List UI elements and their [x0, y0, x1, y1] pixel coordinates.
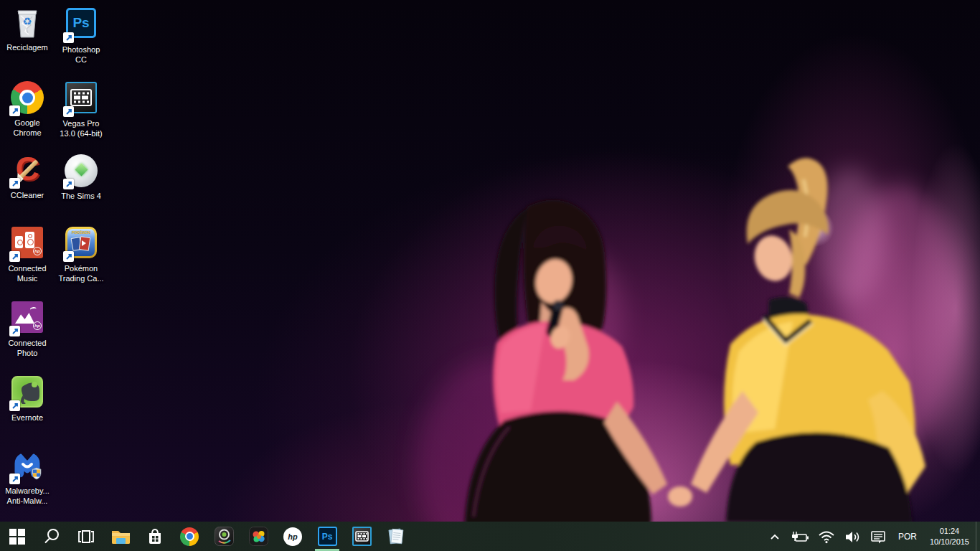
- taskbar: hp Ps: [0, 522, 980, 551]
- search-button[interactable]: [34, 522, 69, 551]
- desktop-icon-vegas-pro[interactable]: Vegas Pro 13.0 (64-bit): [54, 80, 108, 138]
- photoshop-taskbar-button[interactable]: Ps: [310, 522, 344, 551]
- photoscape-icon: [249, 527, 268, 546]
- shortcut-arrow-icon: [9, 178, 20, 189]
- ccleaner-icon: C: [10, 154, 44, 188]
- notepad-button[interactable]: [379, 522, 413, 551]
- recycle-bin-icon: ♻: [10, 6, 44, 40]
- hp-logo: hp: [33, 247, 42, 255]
- file-explorer-icon: [111, 528, 131, 545]
- system-tray: POR 01:24 10/10/2015: [763, 522, 980, 551]
- evernote-icon: [10, 376, 44, 410]
- shortcut-arrow-icon: [63, 251, 74, 262]
- shortcut-arrow-icon: [63, 106, 74, 117]
- photoshop-icon: Ps: [64, 8, 98, 42]
- film-strip-icon: [355, 531, 369, 542]
- desktop-icon-pokemon-tcg[interactable]: POKÉMON Pokémon Trading Ca...: [54, 225, 108, 283]
- chrome-icon: [10, 81, 44, 116]
- battery-tray-button[interactable]: [786, 522, 814, 551]
- pokemon-logo-text: POKÉMON: [67, 230, 95, 235]
- desktop-wallpaper: [0, 0, 980, 551]
- shortcut-arrow-icon: [9, 105, 20, 116]
- chevron-up-icon: [768, 529, 782, 544]
- performer-left: [465, 200, 667, 529]
- battery-charging-icon: [791, 529, 809, 545]
- wallpaper-art: [0, 0, 980, 551]
- desktop-icon-label: Pokémon Trading Ca...: [54, 263, 108, 283]
- chrome-taskbar-button[interactable]: [172, 522, 207, 551]
- clock-date: 10/10/2015: [930, 537, 969, 547]
- shortcut-arrow-icon: [63, 179, 74, 189]
- desktop-icon-ccleaner[interactable]: C CCleaner: [0, 154, 55, 200]
- wifi-tray-button[interactable]: [814, 522, 839, 551]
- uac-shield-icon: [32, 468, 41, 479]
- show-desktop-button[interactable]: [976, 522, 980, 551]
- speaker-icon: [844, 529, 861, 545]
- hp-app-button[interactable]: hp: [275, 522, 310, 551]
- shortcut-arrow-icon: [9, 251, 20, 262]
- shortcut-arrow-icon: [9, 326, 20, 336]
- hp-logo: hp: [283, 527, 302, 546]
- store-button[interactable]: [138, 522, 172, 551]
- file-explorer-button[interactable]: [103, 522, 138, 551]
- clock[interactable]: 01:24 10/10/2015: [923, 522, 976, 551]
- desktop-icon-connected-music[interactable]: hp Connected Music: [0, 225, 55, 283]
- shortcut-arrow-icon: [9, 474, 20, 484]
- bird-icon: [30, 306, 37, 312]
- pokemon-tcg-icon: POKÉMON: [64, 227, 98, 261]
- chrome-icon: [180, 527, 199, 546]
- task-view-icon: [77, 527, 95, 546]
- tray-chevron-button[interactable]: [763, 522, 786, 551]
- windows-logo-icon: [9, 529, 25, 545]
- vegas-icon: [352, 527, 372, 546]
- speaker-icon: [15, 236, 23, 248]
- desktop-icon-label: Evernote: [0, 413, 55, 423]
- shortcut-arrow-icon: [9, 400, 20, 411]
- desktop-icon-malwarebytes[interactable]: Malwareby... Anti-Malw...: [0, 449, 55, 506]
- desktop-icon-label: Connected Music: [0, 263, 55, 283]
- play-icon: [82, 240, 86, 246]
- speaker-icon: [25, 232, 34, 248]
- desktop-screen: ♻ Reciclagem Ps Photoshop CC Google Chro…: [0, 0, 980, 551]
- desktop-icon-google-chrome[interactable]: Google Chrome: [0, 80, 55, 138]
- hp-logo: hp: [33, 321, 42, 330]
- action-center-button[interactable]: [865, 522, 892, 551]
- desktop-icon-label: Reciclagem: [0, 42, 55, 52]
- start-button[interactable]: [0, 522, 34, 551]
- connected-music-icon: hp: [10, 227, 44, 261]
- desktop-icon-label: The Sims 4: [54, 191, 108, 201]
- desktop-icon-photoshop-cc[interactable]: Ps Photoshop CC: [54, 6, 108, 65]
- camera-app-button[interactable]: [207, 522, 241, 551]
- notepad-icon: [387, 527, 406, 546]
- desktop-icon-label: Connected Photo: [0, 338, 55, 358]
- desktop-icon-label: Vegas Pro 13.0 (64-bit): [54, 118, 108, 138]
- desktop-icon-connected-photo[interactable]: hp Connected Photo: [0, 300, 55, 358]
- desktop-icon-label: Malwareby... Anti-Malw...: [0, 486, 55, 506]
- desktop-icon-label: Photoshop CC: [54, 44, 108, 65]
- wifi-icon: [818, 529, 835, 545]
- store-icon: [146, 527, 164, 546]
- photoshop-icon: Ps: [318, 527, 337, 546]
- sims4-icon: [64, 154, 98, 189]
- desktop-icon-recycle-bin[interactable]: ♻ Reciclagem: [0, 6, 55, 52]
- clock-time: 01:24: [930, 526, 969, 537]
- desktop-icon-the-sims-4[interactable]: The Sims 4: [54, 154, 108, 201]
- volume-tray-button[interactable]: [839, 522, 865, 551]
- connected-photo-icon: hp: [10, 301, 44, 336]
- desktop-icon-label: Google Chrome: [0, 118, 55, 138]
- film-strip-icon: [70, 89, 92, 106]
- task-view-button[interactable]: [69, 522, 103, 551]
- plumbob-icon: [75, 163, 88, 176]
- shortcut-arrow-icon: [63, 32, 74, 43]
- camera-app-icon: [215, 527, 234, 546]
- recycle-arrows-glyph: ♻: [10, 15, 44, 28]
- language-indicator[interactable]: POR: [892, 522, 923, 551]
- desktop-icon-evernote[interactable]: Evernote: [0, 375, 55, 423]
- mountains-icon: [15, 313, 34, 324]
- vegas-taskbar-button[interactable]: [344, 522, 379, 551]
- malwarebytes-icon: [10, 449, 44, 484]
- desktop-icon-label: CCleaner: [0, 190, 55, 200]
- photoscape-button[interactable]: [241, 522, 275, 551]
- search-icon: [42, 527, 61, 546]
- vegas-icon: [64, 82, 98, 116]
